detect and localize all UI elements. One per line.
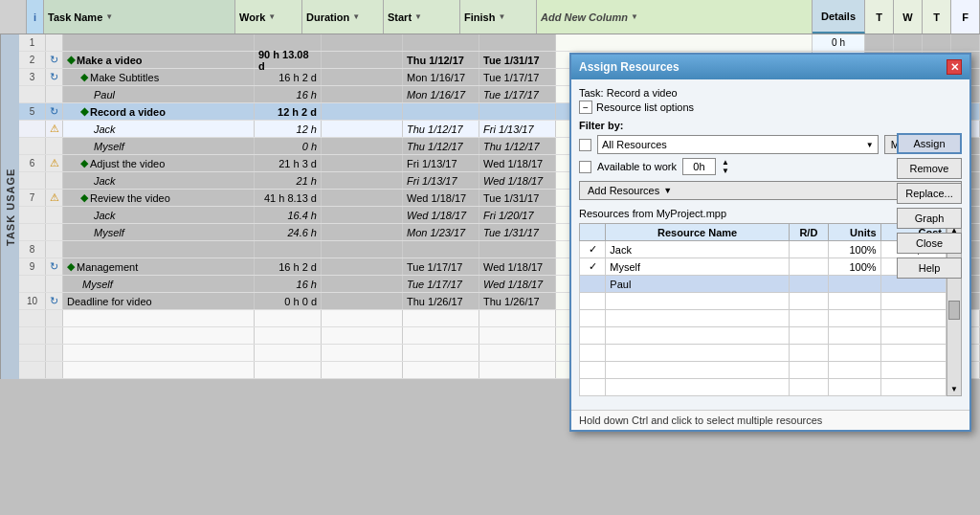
scroll-thumb[interactable]: [948, 301, 960, 320]
scroll-down-arrow[interactable]: ▼: [950, 385, 958, 393]
replace-button[interactable]: Replace...: [897, 183, 962, 204]
gantt-cell: [865, 34, 894, 51]
header-info: i: [27, 0, 44, 34]
resource-row[interactable]: ✓ Myself 100% $0.00: [580, 258, 947, 276]
row-info: [46, 310, 63, 326]
header-finish[interactable]: Finish ▼: [460, 0, 537, 34]
help-button[interactable]: Help: [897, 258, 962, 279]
th-name: Resource Name: [606, 224, 790, 241]
row-info: [46, 207, 63, 223]
header-day-T1: T: [865, 0, 894, 34]
header-duration-label: Duration: [306, 11, 349, 23]
header-start[interactable]: Start ▼: [384, 0, 460, 34]
start-cell: Thu 1/12/17: [403, 138, 479, 154]
finish-cell: Wed 1/18/17: [479, 276, 556, 292]
finish-sort-arrow: ▼: [498, 12, 505, 21]
resource-row-selected[interactable]: Paul: [580, 276, 947, 293]
finish-cell: Tue 1/17/17: [479, 86, 556, 102]
work-cell: 12 h: [255, 121, 322, 137]
row-num: [19, 121, 46, 137]
task-name-cell[interactable]: ◆ Adjust the video: [63, 155, 255, 171]
assign-button[interactable]: Assign: [897, 133, 962, 154]
duration-cell: [322, 293, 403, 309]
dialog-resource-options-row[interactable]: − Resource list options: [579, 101, 962, 114]
task-name-cell: [63, 362, 255, 378]
row-num: [19, 172, 46, 189]
header-finish-label: Finish: [464, 11, 495, 23]
all-resources-checkbox[interactable]: [579, 139, 591, 151]
available-input[interactable]: [682, 158, 716, 175]
remove-button[interactable]: Remove: [897, 158, 962, 179]
finish-cell: [479, 34, 556, 51]
header-add-column-label: Add New Column: [541, 11, 628, 23]
resource-options-expand[interactable]: −: [579, 101, 592, 114]
duration-cell: [322, 138, 403, 154]
available-checkbox[interactable]: [579, 161, 591, 173]
all-resources-dropdown[interactable]: All Resources ▼: [597, 135, 879, 154]
work-cell: 0 h: [255, 138, 322, 154]
resource-row[interactable]: ✓ Jack 100% $0.00: [580, 241, 947, 258]
task-name-cell: Jack: [63, 172, 255, 189]
task-name-cell[interactable]: Deadline for video: [63, 293, 255, 309]
avail-spinner-up[interactable]: ▲▼: [722, 158, 729, 175]
task-name-cell: [63, 241, 255, 258]
task-name-text: Record a video: [90, 106, 166, 118]
duration-cell: [322, 258, 403, 275]
task-name-cell: Jack: [63, 121, 255, 137]
task-name-cell[interactable]: ◆ Review the video: [63, 190, 255, 206]
duration-cell: [322, 310, 403, 326]
dialog-title: Assign Resources: [579, 60, 679, 74]
start-cell: Wed 1/18/17: [403, 190, 479, 206]
task-name-text: Adjust the video: [90, 158, 165, 169]
header-start-label: Start: [388, 11, 412, 23]
task-name-cell[interactable]: ◆ Make Subtitles: [63, 69, 255, 85]
duration-cell: [322, 207, 403, 223]
resource-rd: [789, 258, 828, 276]
resource-rd: [789, 276, 828, 293]
header-duration[interactable]: Duration ▼: [302, 0, 384, 34]
task-name-cell[interactable]: ◆ Make a video: [63, 52, 255, 68]
task-name-text: Management: [77, 261, 138, 273]
work-cell: 0 h 0 d: [255, 293, 322, 309]
header-row-num: [0, 0, 27, 34]
dialog-close-button[interactable]: ✕: [947, 59, 962, 75]
warning-icon: ⚠: [50, 123, 59, 135]
start-cell: Thu 1/12/17: [403, 52, 479, 68]
close-button[interactable]: Close: [897, 233, 962, 254]
row-num: 10: [19, 293, 46, 309]
row-num: 9: [19, 258, 46, 275]
finish-cell: Tue 1/17/17: [479, 69, 556, 85]
start-cell: Wed 1/18/17: [403, 207, 479, 223]
header-task-name[interactable]: Task Name ▼: [44, 0, 235, 34]
resource-name: Jack: [606, 241, 790, 258]
work-cell: 16 h 2 d: [255, 258, 322, 275]
header-work[interactable]: Work ▼: [235, 0, 302, 34]
gantt-cell: [923, 34, 951, 51]
task-name-text: Review the video: [90, 192, 170, 204]
resource-rd: [789, 241, 828, 258]
task-name-cell[interactable]: ◆ Management: [63, 258, 255, 275]
duration-sort-arrow: ▼: [352, 12, 360, 21]
resource-check[interactable]: ✓: [580, 258, 606, 276]
day-F-label: F: [962, 11, 969, 23]
start-cell: Fri 1/13/17: [403, 172, 479, 189]
row-num: 8: [19, 241, 46, 258]
task-name-cell: Myself: [63, 138, 255, 154]
header-day-F: F: [951, 0, 980, 34]
resource-check[interactable]: [580, 276, 606, 293]
resource-options-label: Resource list options: [596, 101, 694, 113]
info-icon: i: [33, 11, 36, 23]
task-name-cell: Paul: [63, 86, 255, 102]
row-num: 3: [19, 69, 46, 85]
header-details-work: Details: [813, 0, 865, 34]
task-name-text: Make a video: [77, 55, 142, 66]
start-cell: Thu 1/26/17: [403, 293, 479, 309]
task-label-text: Task: Record a video: [579, 87, 678, 99]
duration-cell: [322, 190, 403, 206]
header-add-column[interactable]: Add New Column ▼: [537, 0, 813, 34]
row-info: ↻: [46, 258, 63, 275]
graph-button[interactable]: Graph: [897, 208, 962, 229]
finish-cell: [479, 241, 556, 258]
finish-cell: Wed 1/18/17: [479, 258, 556, 275]
resource-check[interactable]: ✓: [580, 241, 606, 258]
